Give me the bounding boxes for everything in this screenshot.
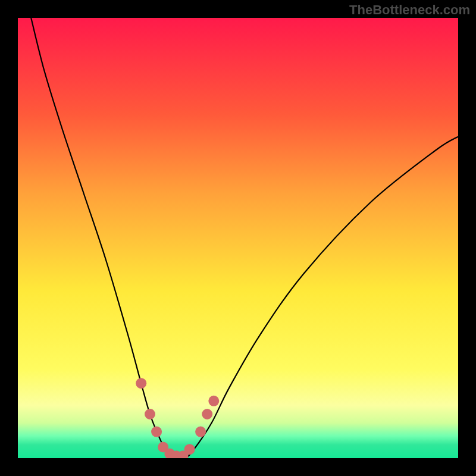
highlight-dot (202, 409, 212, 419)
highlight-dot (151, 427, 162, 437)
curve-layer (18, 18, 458, 458)
highlight-dot (195, 427, 206, 437)
plot-area (18, 18, 458, 458)
watermark-text: TheBottleneck.com (349, 2, 470, 18)
highlight-dot (145, 409, 155, 419)
chart-container: TheBottleneck.com (0, 0, 476, 476)
highlight-dot (184, 444, 195, 455)
highlight-dots (136, 378, 219, 458)
bottleneck-curve (31, 18, 458, 458)
highlight-dot (136, 378, 146, 389)
highlight-dot (208, 396, 219, 406)
